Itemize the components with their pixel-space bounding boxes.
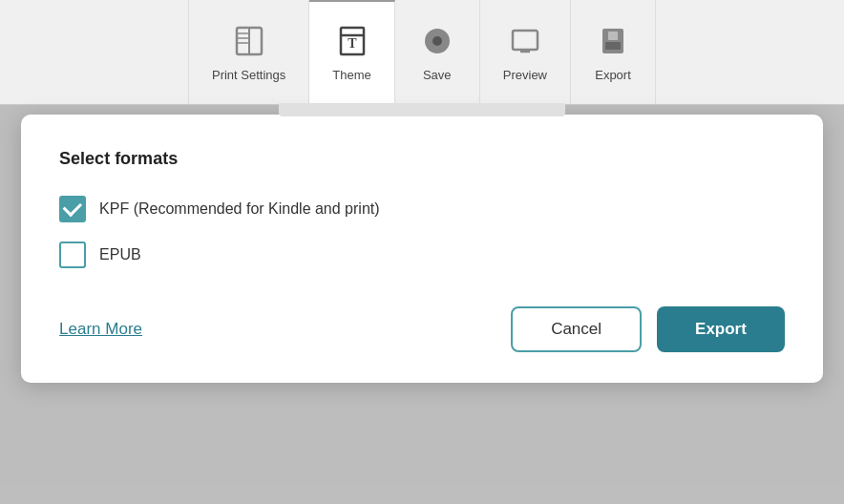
learn-more-link[interactable]: Learn More bbox=[59, 320, 142, 339]
save-icon bbox=[418, 22, 456, 60]
toolbar-item-preview[interactable]: Preview bbox=[480, 0, 571, 104]
svg-point-9 bbox=[433, 36, 442, 46]
cancel-button[interactable]: Cancel bbox=[511, 306, 642, 352]
svg-rect-10 bbox=[513, 31, 538, 50]
footer-buttons: Cancel Export bbox=[511, 306, 785, 352]
scroll-handle bbox=[279, 103, 565, 116]
kpf-checkbox[interactable] bbox=[59, 196, 86, 222]
format-option-epub: EPUB bbox=[59, 242, 785, 268]
svg-text:T: T bbox=[348, 36, 357, 51]
dialog-footer: Learn More Cancel Export bbox=[59, 306, 785, 352]
toolbar-item-export[interactable]: Export bbox=[571, 0, 656, 104]
book-icon bbox=[230, 22, 268, 60]
toolbar-label-export: Export bbox=[595, 68, 631, 82]
export-dialog: Select formats KPF (Recommended for Kind… bbox=[21, 115, 823, 383]
format-option-kpf: KPF (Recommended for Kindle and print) bbox=[59, 196, 785, 222]
toolbar: Print Settings T Theme Save bbox=[0, 0, 844, 105]
epub-checkbox[interactable] bbox=[59, 242, 86, 268]
kpf-label: KPF (Recommended for Kindle and print) bbox=[99, 200, 379, 218]
export-button[interactable]: Export bbox=[657, 306, 785, 352]
toolbar-label-theme: Theme bbox=[332, 68, 370, 82]
dialog-title: Select formats bbox=[59, 149, 785, 169]
preview-icon bbox=[506, 22, 544, 60]
toolbar-label-preview: Preview bbox=[503, 68, 547, 82]
theme-icon: T bbox=[333, 22, 371, 60]
toolbar-item-print-settings[interactable]: Print Settings bbox=[188, 0, 309, 104]
svg-rect-15 bbox=[608, 32, 618, 40]
toolbar-item-theme[interactable]: T Theme bbox=[309, 0, 394, 104]
dialog-overlay: Select formats KPF (Recommended for Kind… bbox=[0, 105, 844, 504]
export-icon bbox=[594, 22, 632, 60]
toolbar-label-save: Save bbox=[423, 68, 452, 82]
toolbar-item-save[interactable]: Save bbox=[395, 0, 480, 104]
svg-rect-14 bbox=[605, 42, 621, 50]
epub-label: EPUB bbox=[99, 246, 141, 263]
toolbar-label-print-settings: Print Settings bbox=[212, 68, 285, 82]
